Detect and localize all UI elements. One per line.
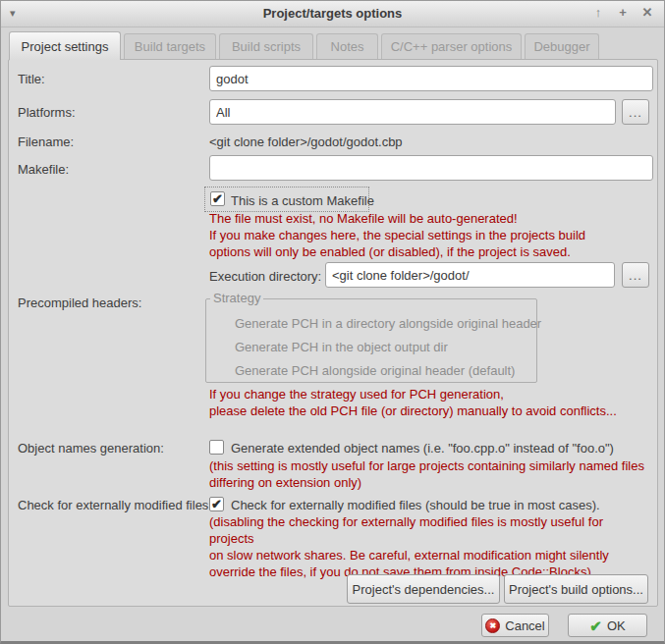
- tab-debugger[interactable]: Debugger: [525, 33, 599, 59]
- tab-build-targets[interactable]: Build targets: [124, 33, 216, 59]
- close-window-icon[interactable]: ✕: [640, 5, 654, 20]
- custom-makefile-checkbox[interactable]: ✔: [210, 191, 225, 206]
- makefile-input[interactable]: [209, 155, 653, 181]
- pch-strategy-radio-object-output-label: Generate PCH in the object output dir: [235, 340, 448, 354]
- filename-value: <git clone folder>/godot/godot.cbp: [209, 134, 403, 149]
- execution-directory-label: Execution directory:: [209, 269, 321, 284]
- makefile-label: Makefile:: [18, 162, 69, 177]
- ok-button-label: OK: [607, 618, 626, 633]
- external-check-checkbox[interactable]: ✔: [209, 497, 224, 511]
- window-title: Project/targets options: [1, 6, 664, 21]
- shade-window-icon[interactable]: ↑: [591, 5, 605, 20]
- pch-strategy-radio-dir-alongside-label: Generate PCH in a directory alongside or…: [235, 316, 541, 331]
- tab-project-settings[interactable]: Project settings: [9, 31, 121, 60]
- project-dependencies-button[interactable]: Project's dependencies...: [347, 574, 500, 604]
- pch-warning-text: If you change the strategy used for PCH …: [209, 386, 651, 419]
- extended-object-names-checkbox-label[interactable]: Generate extended object names (i.e. "fo…: [231, 441, 614, 456]
- platforms-label: Platforms:: [18, 105, 76, 120]
- pch-strategy-radio-alongside-default-label: Generate PCH alongside original header (…: [235, 363, 515, 378]
- platforms-input[interactable]: [209, 99, 616, 125]
- ok-button[interactable]: ✔ OK: [568, 614, 647, 637]
- tab-notes[interactable]: Notes: [316, 33, 378, 59]
- external-check-label: Check for externally modified files:: [18, 498, 212, 512]
- external-check-warning-text: (disabling the checking for externally m…: [209, 513, 651, 580]
- tab-parser-options[interactable]: C/C++ parser options: [381, 33, 522, 59]
- tab-build-scripts[interactable]: Build scripts: [219, 33, 313, 59]
- cancel-icon: ✖: [485, 618, 500, 633]
- titlebar[interactable]: ▾ Project/targets options ↑ + ✕: [1, 1, 664, 27]
- extended-object-names-checkbox[interactable]: [209, 440, 224, 455]
- execution-directory-browse-button[interactable]: ...: [622, 262, 649, 288]
- cancel-button[interactable]: ✖ Cancel: [481, 614, 549, 637]
- maximize-window-icon[interactable]: +: [616, 5, 630, 20]
- execution-directory-input[interactable]: [325, 262, 615, 288]
- project-build-options-button[interactable]: Project's build options...: [504, 574, 648, 604]
- precompiled-headers-label: Precompiled headers:: [18, 295, 141, 310]
- cancel-button-label: Cancel: [505, 618, 544, 633]
- makefile-warning-text: The file must exist, no Makefile will be…: [209, 210, 641, 260]
- object-names-label: Object names generation:: [18, 441, 164, 456]
- title-label: Title:: [18, 72, 45, 86]
- external-check-checkbox-label[interactable]: Check for externally modified files (sho…: [231, 498, 600, 512]
- ok-check-icon: ✔: [589, 618, 602, 633]
- pch-strategy-group-label: Strategy: [210, 291, 263, 305]
- custom-makefile-checkbox-label[interactable]: This is a custom Makefile: [231, 193, 374, 208]
- filename-label: Filename:: [18, 134, 74, 149]
- platforms-browse-button[interactable]: ...: [622, 99, 649, 125]
- checkmark-icon: ✔: [212, 192, 223, 205]
- title-input[interactable]: [209, 66, 653, 91]
- project-targets-options-dialog: ▾ Project/targets options ↑ + ✕ Project …: [0, 0, 665, 644]
- object-names-warning-text: (this setting is mostly useful for large…: [209, 457, 651, 491]
- checkmark-icon: ✔: [211, 498, 222, 510]
